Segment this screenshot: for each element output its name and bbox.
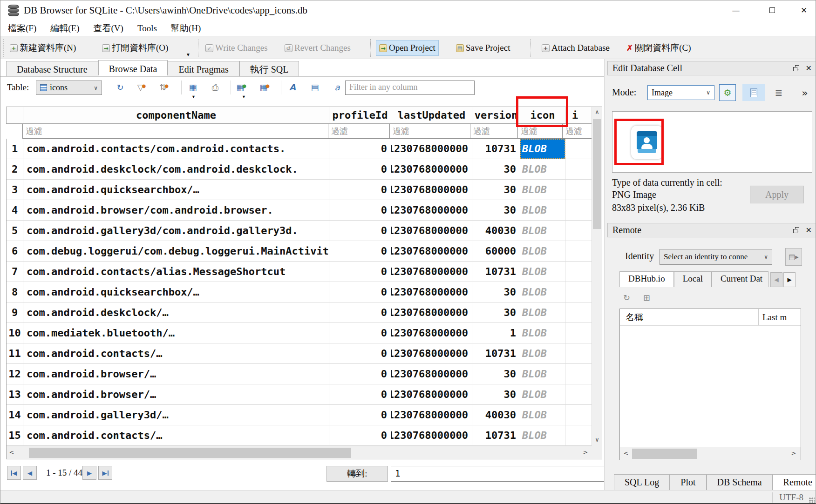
refresh-icon[interactable]: ↻ xyxy=(623,293,630,302)
cell-icon-blob[interactable]: BLOB xyxy=(520,405,565,425)
cell-lastUpdated[interactable]: 1230768000000 xyxy=(391,425,472,446)
filter-version[interactable]: 過濾 xyxy=(470,124,518,139)
clear-sort-icon[interactable]: ⇅● xyxy=(159,81,171,94)
row-number[interactable]: 13 xyxy=(7,384,23,405)
upload-database-button[interactable]: ▤▸ xyxy=(785,248,802,266)
menu-item-幫助(H)[interactable]: 幫助(H) xyxy=(169,22,203,35)
cell-componentName[interactable]: com.android.deskclock/com.android.deskcl… xyxy=(23,159,329,180)
cell-version[interactable]: 30 xyxy=(472,282,520,302)
cell-profileId[interactable]: 0 xyxy=(329,282,391,302)
goto-input[interactable]: 1 xyxy=(391,466,609,482)
cell-lastUpdated[interactable]: 1230768000000 xyxy=(391,323,472,343)
cell-profileId[interactable]: 0 xyxy=(329,139,391,159)
cell-profileId[interactable]: 0 xyxy=(329,159,391,180)
word-wrap-button[interactable]: ≣ xyxy=(770,84,787,101)
insert-dropdown-arrow[interactable]: ▼ xyxy=(242,94,246,99)
cell-icon-blob[interactable]: BLOB xyxy=(520,221,565,241)
find-in-cells-icon[interactable]: ▤ xyxy=(309,81,321,94)
export-dropdown-arrow[interactable]: ▼ xyxy=(191,94,196,99)
menu-item-查看(V)[interactable]: 查看(V) xyxy=(92,22,125,35)
import-data-button[interactable]: ⚙ xyxy=(719,84,736,101)
cell-profileId[interactable]: 0 xyxy=(329,262,391,282)
vertical-scrollbar[interactable]: ∧ ∨ xyxy=(592,107,602,446)
cell-partial[interactable] xyxy=(565,262,592,282)
cell-partial[interactable] xyxy=(565,139,592,159)
tab-scroll-right-icon[interactable]: ▶ xyxy=(783,272,796,287)
filter-lastUpdated[interactable]: 過濾 xyxy=(389,124,470,139)
cell-componentName[interactable]: com.android.deskclock/… xyxy=(23,302,329,323)
cell-lastUpdated[interactable]: 1230768000000 xyxy=(391,200,472,221)
tab-Browse Data[interactable]: Browse Data xyxy=(98,60,168,75)
scroll-left-icon[interactable]: < xyxy=(7,447,17,458)
remote-name-header[interactable]: 名稱 xyxy=(620,309,759,325)
cell-icon-blob[interactable]: BLOB xyxy=(520,282,565,302)
cell-componentName[interactable]: com.android.gallery3d/… xyxy=(23,405,329,425)
header-version[interactable]: version xyxy=(472,107,520,124)
cell-icon-blob[interactable]: BLOB xyxy=(520,159,565,180)
cell-lastUpdated[interactable]: 1230768000000 xyxy=(391,221,472,241)
cell-componentName[interactable]: com.android.browser/… xyxy=(23,384,329,405)
tab-Database Structure[interactable]: Database Structure xyxy=(6,61,98,76)
open-database-button[interactable]: → 打開資料庫(O) xyxy=(99,40,171,56)
cell-componentName[interactable]: com.android.gallery3d/com.android.galler… xyxy=(23,221,329,241)
cell-lastUpdated[interactable]: 1230768000000 xyxy=(391,180,472,200)
filter-componentName[interactable]: 過濾 xyxy=(22,124,328,139)
float-panel-icon[interactable] xyxy=(793,227,799,233)
cell-partial[interactable] xyxy=(565,364,592,384)
cell-version[interactable]: 60000 xyxy=(472,241,520,262)
cell-partial[interactable] xyxy=(565,343,592,364)
cell-profileId[interactable]: 0 xyxy=(329,302,391,323)
row-number[interactable]: 1 xyxy=(7,139,23,159)
remote-last-modified-header[interactable]: Last m xyxy=(759,309,801,325)
row-number[interactable]: 3 xyxy=(7,180,23,200)
row-number[interactable]: 9 xyxy=(7,302,23,323)
cell-lastUpdated[interactable]: 1230768000000 xyxy=(391,384,472,405)
cell-icon-blob[interactable]: BLOB xyxy=(520,364,565,384)
row-number[interactable]: 8 xyxy=(7,282,23,302)
scroll-down-icon[interactable]: ∨ xyxy=(592,435,602,446)
first-page-button[interactable]: ◀ xyxy=(7,466,21,480)
cell-componentName[interactable]: com.android.quicksearchbox/… xyxy=(23,282,329,302)
cell-profileId[interactable]: 0 xyxy=(329,364,391,384)
remote-tab-Current Dat[interactable]: Current Dat xyxy=(712,271,768,287)
row-number[interactable]: 4 xyxy=(7,200,23,221)
tab-scroll-left-icon[interactable]: ◀ xyxy=(770,272,782,287)
dock-tab-Plot[interactable]: Plot xyxy=(670,474,706,491)
cell-componentName[interactable]: com.android.contacts/… xyxy=(23,425,329,446)
cell-partial[interactable] xyxy=(565,221,592,241)
cell-componentName[interactable]: com.android.browser/… xyxy=(23,364,329,384)
row-number[interactable]: 12 xyxy=(7,364,23,384)
cell-partial[interactable] xyxy=(565,302,592,323)
next-page-button[interactable]: ▶ xyxy=(82,466,96,480)
cell-icon-blob[interactable]: BLOB xyxy=(520,180,565,200)
new-database-button[interactable]: + 新建資料庫(N) xyxy=(7,40,79,56)
font-settings-icon[interactable]: A xyxy=(286,81,299,94)
last-page-button[interactable]: ▶ xyxy=(98,466,112,480)
cell-lastUpdated[interactable]: 1230768000000 xyxy=(391,405,472,425)
cell-partial[interactable] xyxy=(565,425,592,446)
cell-profileId[interactable]: 0 xyxy=(329,384,391,405)
cell-version[interactable]: 30 xyxy=(472,200,520,221)
identity-combo[interactable]: Select an identity to conne ∨ xyxy=(660,249,772,265)
cell-profileId[interactable]: 0 xyxy=(329,200,391,221)
tab-執行 SQL[interactable]: 執行 SQL xyxy=(239,61,299,76)
dock-tab-Remote[interactable]: Remote xyxy=(773,474,816,491)
cell-version[interactable]: 10731 xyxy=(472,343,520,364)
cell-icon-blob[interactable]: BLOB xyxy=(520,323,565,343)
cell-version[interactable]: 10731 xyxy=(472,139,520,159)
cell-componentName[interactable]: com.debug.loggerui/com.debug.loggerui.Ma… xyxy=(23,241,329,262)
close-database-button[interactable]: ✗ 關閉資料庫(C) xyxy=(624,40,694,56)
cell-icon-blob[interactable]: BLOB xyxy=(520,343,565,364)
filter-any-column-input[interactable]: Filter in any column xyxy=(345,81,475,95)
horizontal-scrollbar[interactable]: < > xyxy=(7,446,592,459)
row-number[interactable]: 7 xyxy=(7,262,23,282)
row-number[interactable]: 11 xyxy=(7,343,23,364)
cell-partial[interactable] xyxy=(565,405,592,425)
dock-tab-DB Schema[interactable]: DB Schema xyxy=(707,474,773,491)
cell-icon-blob[interactable]: BLOB xyxy=(520,241,565,262)
close-panel-icon[interactable]: ✕ xyxy=(806,64,812,73)
more-tools-chevron[interactable]: » xyxy=(796,84,813,101)
remote-tab-DBHub.io[interactable]: DBHub.io xyxy=(619,271,674,287)
dock-tab-SQL Log[interactable]: SQL Log xyxy=(614,474,670,491)
revert-changes-button[interactable]: ↺ Revert Changes xyxy=(282,40,354,56)
